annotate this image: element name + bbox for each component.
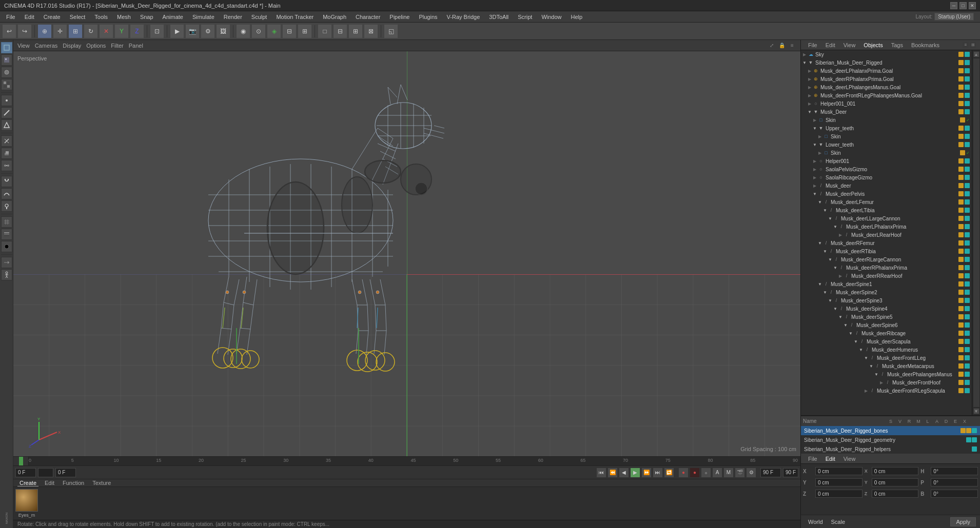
object-expand[interactable]: ▶ — [879, 380, 884, 385]
object-list-item[interactable]: ▼/Musk_deerRFemur — [801, 239, 972, 247]
object-expand[interactable]: ▼ — [833, 265, 838, 270]
rotate-button[interactable]: ↻ — [84, 24, 98, 38]
object-expand[interactable]: ▶ — [802, 52, 807, 57]
object-list-item[interactable]: ▼▼Lower_teeth — [801, 140, 972, 149]
name-row-1[interactable]: Siberian_Musk_Deer_Rigged_bones — [801, 426, 980, 435]
viewport-expand-icon[interactable]: ⤢ — [768, 42, 776, 50]
step-back-button[interactable]: ⏪ — [607, 468, 618, 478]
panel-tab-function[interactable]: Function — [61, 480, 86, 486]
object-expand[interactable]: ▼ — [828, 216, 833, 221]
select-loop-button[interactable]: ⊙ — [251, 24, 266, 38]
timeline-track[interactable]: 0 5 10 15 20 25 30 35 40 45 50 55 60 65 — [29, 457, 800, 465]
go-to-end-button[interactable]: ⏭ — [653, 468, 663, 478]
scroll-track[interactable] — [973, 58, 979, 407]
left-tool-material[interactable] — [1, 241, 12, 252]
object-expand[interactable]: ▶ — [807, 76, 812, 82]
left-tool-paint[interactable] — [1, 67, 12, 78]
menu-sculpt[interactable]: Sculpt — [247, 12, 271, 22]
object-expand[interactable]: ▼ — [802, 60, 807, 65]
object-expand[interactable]: ▶ — [812, 183, 817, 188]
object-list-item[interactable]: ▼/Musk_deerLTibia — [801, 206, 972, 214]
picture-viewer-button[interactable]: 🖼 — [216, 24, 230, 38]
viewport-btn[interactable]: ◱ — [384, 24, 398, 38]
render-view-button[interactable]: ▶ — [170, 24, 184, 38]
object-list-item[interactable]: ▶○SaolaPelvisGizmo — [801, 165, 972, 173]
attr-zr-field[interactable]: 0 cm — [872, 490, 919, 498]
object-expand[interactable]: ▼ — [838, 314, 843, 319]
menu-select[interactable]: Select — [66, 12, 90, 22]
z-button[interactable]: Z — [130, 24, 144, 38]
left-tool-layers[interactable] — [1, 229, 12, 240]
object-expand[interactable]: ▶ — [812, 167, 817, 172]
menu-render[interactable]: Render — [220, 12, 246, 22]
right-tab-objects[interactable]: Objects — [860, 42, 886, 48]
attr-p-field[interactable]: 0° — [931, 478, 978, 486]
object-expand[interactable]: ▶ — [812, 175, 817, 180]
attr-yr-field[interactable]: 0 cm — [872, 478, 919, 486]
attr-tab-edit[interactable]: Edit — [822, 456, 838, 462]
attr-xr-field[interactable]: 0 cm — [872, 467, 919, 475]
left-tool-magnet[interactable] — [1, 176, 12, 187]
scale-label[interactable]: Scale — [828, 519, 849, 525]
object-list-item[interactable]: ▶⊕Musk_deerLPhalanxPrima.Goal — [801, 67, 972, 75]
left-tool-poly[interactable] — [1, 119, 12, 131]
scale-button[interactable]: ⊞ — [68, 24, 83, 38]
layout-value[interactable]: Startup (User) — [934, 13, 974, 21]
x-button[interactable]: ✕ — [99, 24, 113, 38]
object-list-item[interactable]: ▶⊕Musk_deerFrontRLegPhalangesManus.Goal — [801, 91, 972, 99]
snap-button[interactable]: ⊞ — [298, 24, 312, 38]
object-expand[interactable]: ▼ — [812, 126, 817, 131]
object-list-item[interactable]: ▼/Musk_deerRPhalanxPrima — [801, 263, 972, 272]
material-swatch[interactable] — [15, 489, 38, 512]
object-list-item[interactable]: ▼/Musk_deerLFemur — [801, 198, 972, 206]
right-panel-icon-2[interactable]: ⊞ — [970, 42, 976, 48]
menu-animate[interactable]: Animate — [159, 12, 187, 22]
object-expand[interactable]: ▶ — [864, 388, 869, 393]
vp-cameras[interactable]: Cameras — [35, 43, 58, 49]
object-list-item[interactable]: ▼/Musk_deerFrontLLeg — [801, 354, 972, 362]
object-list-item[interactable]: ▼▼Musk_Deer — [801, 108, 972, 116]
scroll-up[interactable]: ▲ — [973, 51, 979, 57]
menu-tools[interactable]: Tools — [90, 12, 112, 22]
vp-panel[interactable]: Panel — [129, 43, 143, 49]
object-expand[interactable]: ▶ — [817, 150, 822, 155]
undo-button[interactable]: ↩ — [2, 24, 16, 38]
object-expand[interactable]: ▼ — [817, 199, 822, 205]
menu-3dtoall[interactable]: 3DToAll — [485, 12, 513, 22]
cam3-button[interactable]: ⊞ — [348, 24, 363, 38]
object-expand[interactable]: ▶ — [807, 93, 812, 98]
object-list-item[interactable]: ▶/Musk_deer — [801, 181, 972, 190]
left-tool-extrude[interactable] — [1, 148, 12, 159]
close-button[interactable]: ✕ — [969, 2, 976, 9]
preview-button[interactable]: 🎬 — [735, 468, 745, 478]
object-expand[interactable]: ▼ — [833, 224, 838, 229]
object-list-item[interactable]: ▼/Musk_deerScapula — [801, 337, 972, 346]
object-expand[interactable]: ▼ — [828, 257, 833, 262]
left-tool-checker[interactable] — [1, 79, 12, 90]
object-expand[interactable]: ▶ — [838, 232, 843, 237]
attr-x-field[interactable]: 0 cm — [815, 467, 863, 475]
object-list-item[interactable]: ▶/Musk_deerLRearHoof — [801, 231, 972, 239]
apply-button[interactable]: Apply — [950, 517, 976, 526]
record-active-button[interactable]: ● — [690, 468, 700, 478]
left-tool-brush[interactable] — [1, 200, 12, 212]
menu-file[interactable]: File — [2, 12, 19, 22]
name-row-2[interactable]: Siberian_Musk_Deer_Rigged_geometry — [801, 435, 980, 444]
object-expand[interactable]: ▼ — [869, 363, 874, 369]
object-list-item[interactable]: ▶□Skin — [801, 132, 972, 140]
object-expand[interactable]: ▼ — [843, 322, 848, 328]
right-tab-view[interactable]: View — [840, 42, 859, 48]
coord-system-button[interactable]: ⊡ — [150, 24, 164, 38]
viewport-lock-icon[interactable]: 🔒 — [778, 42, 786, 50]
object-expand[interactable]: ▼ — [812, 142, 817, 147]
menu-simulate[interactable]: Simulate — [188, 12, 219, 22]
object-expand[interactable]: ▼ — [817, 240, 822, 246]
end-frame-field[interactable]: 90 F — [783, 468, 798, 477]
object-list-item[interactable]: ▶☁Sky — [801, 50, 972, 58]
vp-options[interactable]: Options — [86, 43, 106, 49]
left-tool-grid[interactable] — [1, 216, 12, 228]
menu-character[interactable]: Character — [351, 12, 384, 22]
redo-button[interactable]: ↪ — [17, 24, 32, 38]
object-expand[interactable]: ▶ — [812, 117, 817, 123]
object-list-item[interactable]: ▼/Musk_deerSpine6 — [801, 321, 972, 329]
